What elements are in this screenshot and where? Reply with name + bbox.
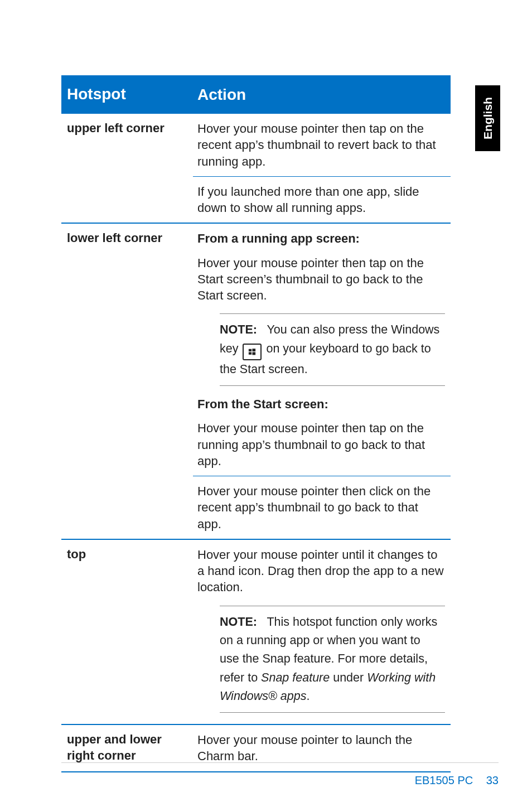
action-text: Hover your mouse pointer until it change…	[197, 547, 445, 596]
header-action: Action	[193, 75, 451, 114]
note-text: .	[306, 689, 309, 703]
hotspot-label: lower left corner	[61, 224, 193, 476]
table-bottom-rule	[61, 771, 451, 772]
svg-rect-1	[253, 349, 256, 351]
table-row: upper and lower right corner Hover your …	[61, 724, 451, 771]
language-tab-text: English	[481, 97, 495, 139]
footer-page-number: 33	[476, 774, 499, 786]
table-row: upper left corner Hover your mouse point…	[61, 114, 451, 176]
hotspot-label: upper left corner	[61, 114, 193, 176]
action-text: Hover your mouse pointer then tap on the…	[193, 114, 451, 176]
table-row: lower left corner From a running app scr…	[61, 223, 451, 476]
table-row: If you launched more than one app, slide…	[61, 176, 451, 223]
table-header-row: Hotspot Action	[61, 75, 451, 114]
note-text: You can also press the Windows	[267, 323, 439, 336]
language-tab: English	[475, 85, 500, 151]
table-row: top Hover your mouse pointer until it ch…	[61, 539, 451, 724]
hotspot-action-table: Hotspot Action upper left corner Hover y…	[61, 75, 451, 772]
table-row: Hover your mouse pointer then click on t…	[61, 476, 451, 539]
action-text: Hover your mouse pointer then click on t…	[193, 476, 451, 539]
note-italic: Snap feature	[261, 671, 330, 684]
note-text-key-prefix: key	[220, 342, 238, 355]
hotspot-label: top	[61, 540, 193, 724]
svg-rect-3	[253, 352, 256, 355]
note-box: NOTE: This hotspot function only works o…	[220, 606, 445, 713]
hotspot-label: upper and lower right corner	[61, 725, 193, 771]
note-label: NOTE:	[220, 615, 257, 629]
action-text: Hover your mouse pointer then tap on the…	[197, 420, 445, 469]
svg-rect-2	[249, 352, 252, 354]
note-label: NOTE:	[220, 323, 257, 336]
svg-rect-0	[249, 349, 252, 351]
page-footer: EB1505 PC 33	[61, 762, 499, 763]
action-text: Hover your mouse pointer to launch the C…	[193, 725, 451, 771]
footer-model: EB1505 PC	[415, 774, 473, 786]
action-subhead: From a running app screen:	[197, 230, 445, 247]
header-hotspot: Hotspot	[61, 75, 193, 114]
action-subhead: From the Start screen:	[197, 396, 445, 412]
action-text: If you launched more than one app, slide…	[193, 176, 451, 223]
action-text: Hover your mouse pointer then tap on the…	[197, 255, 445, 304]
note-box: NOTE: You can also press the Windows key…	[220, 313, 445, 386]
windows-key-icon	[243, 344, 262, 360]
note-text: under	[330, 671, 367, 684]
